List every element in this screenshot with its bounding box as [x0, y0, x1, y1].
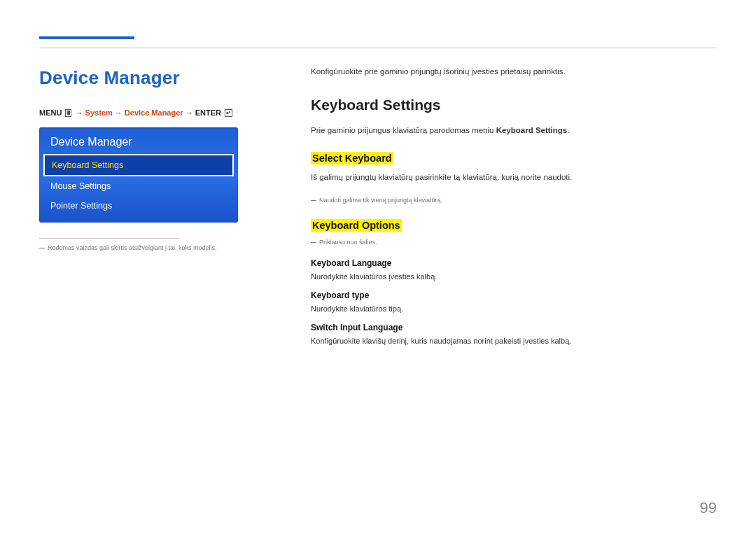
osd-menu-title: Device Manager [39, 133, 238, 154]
dash-icon [311, 242, 316, 243]
subsub-keyboard-type: Keyboard type [311, 290, 717, 300]
breadcrumb-arrow: → [76, 108, 83, 117]
keyboard-language-desc: Nurodykite klaviatūros įvesties kalbą. [311, 272, 717, 281]
note-text: Naudoti galima tik vieną prijungtą klavi… [319, 197, 442, 204]
accent-bar [39, 36, 134, 39]
subsub-keyboard-language: Keyboard Language [311, 258, 717, 268]
breadcrumb-arrow: → [115, 108, 122, 117]
text-span: . [567, 126, 569, 134]
text-bold: Keyboard Settings [496, 126, 568, 134]
breadcrumb-device-manager: Device Manager [125, 108, 183, 117]
subsub-switch-input-language: Switch Input Language [311, 323, 717, 332]
breadcrumb-enter-word: ENTER [195, 108, 221, 117]
subheading-keyboard-options: Keyboard Options [311, 219, 402, 232]
lead-paragraph: Konfigūruokite prie gaminio prijungtų iš… [311, 67, 717, 76]
select-keyboard-paragraph: Iš galimų prijungtų klaviatūrų pasirinki… [311, 171, 717, 183]
keyboard-options-note: Priklauso nuo šalies. [311, 239, 717, 246]
osd-menu-item-keyboard-settings[interactable]: Keyboard Settings [43, 154, 234, 176]
breadcrumb-arrow: → [186, 108, 193, 117]
select-keyboard-note: Naudoti galima tik vieną prijungtą klavi… [311, 197, 717, 204]
page-number: 99 [700, 499, 717, 517]
left-column: Device Manager MENU Ⅲ → System → Device … [39, 67, 277, 355]
top-rule [39, 48, 717, 48]
section-heading-keyboard-settings: Keyboard Settings [311, 97, 717, 113]
footnote-rule [39, 238, 179, 239]
right-column: Konfigūruokite prie gaminio prijungtų iš… [311, 67, 717, 355]
osd-menu-item-pointer-settings[interactable]: Pointer Settings [39, 196, 238, 216]
osd-menu-item-mouse-settings[interactable]: Mouse Settings [39, 176, 238, 196]
breadcrumb-system: System [85, 108, 113, 117]
breadcrumb: MENU Ⅲ → System → Device Manager → ENTER… [39, 108, 277, 118]
two-column-layout: Device Manager MENU Ⅲ → System → Device … [39, 67, 717, 355]
menu-icon: Ⅲ [65, 109, 71, 117]
dash-icon [39, 248, 45, 248]
keyboard-type-desc: Nurodykite klaviatūros tipą. [311, 304, 717, 313]
enter-icon: ↵ [225, 109, 232, 117]
dash-icon [311, 200, 316, 201]
manual-page: Device Manager MENU Ⅲ → System → Device … [0, 0, 756, 534]
osd-menu-box: Device Manager Keyboard Settings Mouse S… [39, 127, 238, 223]
text-span: Prie gaminio prijungus klaviatūrą parodo… [311, 126, 496, 134]
model-disclaimer-text: Rodomas vaizdas gali skirtis atsižvelgia… [48, 244, 217, 251]
keyboard-settings-paragraph: Prie gaminio prijungus klaviatūrą parodo… [311, 125, 717, 136]
switch-input-language-desc: Konfigūruokite klavišų derinį, kuris nau… [311, 337, 717, 345]
breadcrumb-menu-word: MENU [39, 108, 62, 117]
subheading-select-keyboard: Select Keyboard [311, 152, 393, 164]
model-disclaimer: Rodomas vaizdas gali skirtis atsižvelgia… [39, 244, 277, 251]
note-text: Priklauso nuo šalies. [319, 239, 377, 246]
page-title: Device Manager [39, 67, 277, 89]
